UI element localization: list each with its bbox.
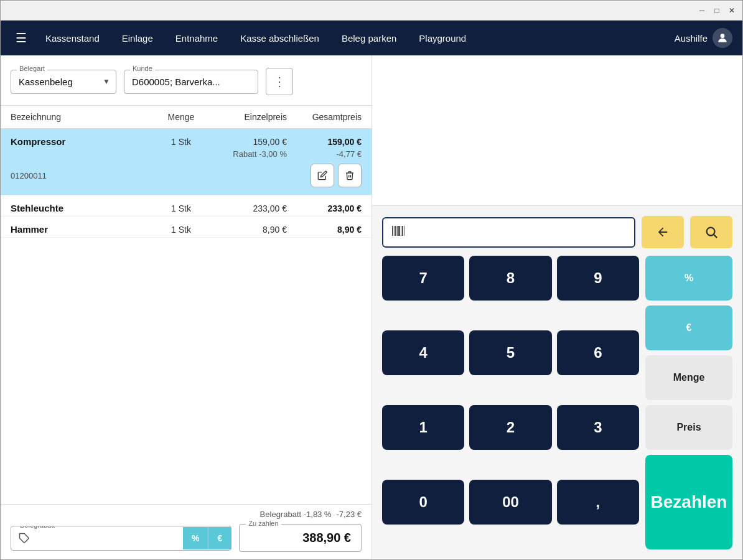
belegart-field: Belegart Kassenbeleg Lieferschein Angebo… (11, 70, 116, 94)
numpad-2[interactable]: 2 (469, 405, 551, 450)
main-window: ─ □ ✕ ☰ Kassenstand Einlage Entnahme Kas… (0, 0, 743, 560)
product-display-area (372, 55, 742, 206)
nav-item-beleg-parken[interactable]: Beleg parken (333, 28, 405, 49)
svg-line-11 (714, 235, 717, 238)
belegrabatt-field-label: Belegrabatt (17, 526, 57, 529)
search-submit-button[interactable] (690, 216, 732, 248)
belegrabatt-percent-label: Belegrabatt -1,83 % (260, 510, 332, 519)
numpad-8[interactable]: 8 (469, 256, 551, 301)
top-nav: ☰ Kassenstand Einlage Entnahme Kasse abs… (1, 21, 742, 55)
svg-rect-9 (404, 226, 404, 236)
numpad-00[interactable]: 00 (469, 480, 551, 525)
numpad: 7 8 9 4 5 6 1 2 3 0 00 , % (382, 256, 732, 549)
discount-row: Belegrabatt -1,83 % -7,23 € (11, 510, 362, 519)
item-qty-3: 1 Stk (150, 225, 212, 235)
kunde-label: Kunde (130, 65, 155, 72)
item-name-1: Kompressor (11, 136, 150, 147)
table-row[interactable]: Kompressor 1 Stk 159,00 € 159,00 € Rabat… (1, 129, 372, 195)
nav-item-playground[interactable]: Playground (410, 28, 475, 49)
col-menge: Menge (150, 112, 212, 122)
nav-item-einlage[interactable]: Einlage (113, 28, 162, 49)
belegrabatt-tag-icon (11, 526, 37, 550)
belegart-select-wrapper: Kassenbeleg Lieferschein Angebot ▼ (11, 70, 116, 94)
numpad-comma[interactable]: , (557, 480, 639, 525)
numpad-right: % € Menge Preis Bezahlen (645, 256, 732, 549)
table-row[interactable]: Stehleuchte 1 Stk 233,00 € 233,00 € (1, 195, 372, 217)
user-name: Aushilfe (675, 33, 708, 44)
item-rabatt-value-1: -4,77 € (287, 149, 362, 159)
svg-rect-2 (392, 226, 393, 236)
right-panel: 7 8 9 4 5 6 1 2 3 0 00 , % (372, 55, 742, 559)
table-row[interactable]: Hammer 1 Stk 8,90 € 8,90 € (1, 217, 372, 238)
user-menu[interactable]: Aushilfe (675, 28, 732, 48)
numpad-9[interactable]: 9 (557, 256, 639, 301)
zu-zahlen-section: Zu zahlen 388,90 € (239, 524, 362, 552)
search-input-box[interactable] (382, 217, 635, 248)
belegrabatt-pct-button[interactable]: % (183, 527, 208, 549)
belegrabatt-eur-button[interactable]: € (208, 527, 231, 549)
window-controls: ─ □ ✕ (696, 5, 737, 16)
row-main-2: Stehleuchte 1 Stk 233,00 € 233,00 € (1, 195, 372, 216)
belegart-label: Belegart (17, 65, 47, 72)
close-button[interactable]: ✕ (726, 5, 737, 16)
item-name-3: Hammer (11, 224, 150, 235)
col-bezeichnung: Bezeichnung (11, 112, 150, 122)
zu-zahlen-label: Zu zahlen (246, 520, 281, 527)
item-name-2: Stehleuchte (11, 203, 150, 213)
main-content: Belegart Kassenbeleg Lieferschein Angebo… (1, 55, 742, 559)
delete-button-1[interactable] (338, 164, 362, 187)
minimize-button[interactable]: ─ (696, 5, 708, 16)
nav-item-kasse-abschliessen[interactable]: Kasse abschließen (231, 28, 328, 49)
user-avatar-icon (713, 28, 732, 48)
nav-item-kassenstand[interactable]: Kassenstand (37, 28, 108, 49)
numpad-3[interactable]: 3 (557, 405, 639, 450)
svg-rect-7 (401, 226, 401, 236)
svg-rect-4 (395, 226, 396, 236)
kunde-field: Kunde (124, 70, 258, 94)
search-delete-button[interactable] (642, 216, 684, 248)
svg-point-10 (707, 228, 715, 236)
search-row (382, 216, 732, 248)
numpad-6[interactable]: 6 (557, 330, 639, 375)
numpad-7[interactable]: 7 (382, 256, 464, 301)
row-bottom-1: 01200011 (1, 161, 372, 195)
items-table: Bezeichnung Menge Einzelpreis Gesamtprei… (1, 106, 372, 504)
percent-button[interactable]: % (645, 256, 732, 301)
preis-button[interactable]: Preis (645, 405, 732, 450)
right-bottom: 7 8 9 4 5 6 1 2 3 0 00 , % (372, 206, 742, 559)
item-einzelpreis-2: 233,00 € (212, 203, 287, 213)
kunde-input[interactable] (124, 70, 258, 94)
menge-button[interactable]: Menge (645, 355, 732, 400)
numpad-4[interactable]: 4 (382, 330, 464, 375)
nav-item-entnahme[interactable]: Entnahme (167, 28, 227, 49)
numpad-left: 7 8 9 4 5 6 1 2 3 0 00 , (382, 256, 639, 549)
hamburger-menu[interactable]: ☰ (11, 26, 32, 50)
col-gesamtpreis: Gesamtpreis (287, 112, 362, 122)
row-main-1: Kompressor 1 Stk 159,00 € 159,00 € (1, 129, 372, 149)
item-gesamtpreis-1: 159,00 € (287, 137, 362, 147)
barcode-icon (391, 223, 406, 241)
svg-rect-5 (397, 226, 398, 236)
more-button[interactable]: ⋮ (266, 68, 293, 95)
belegart-select[interactable]: Kassenbeleg Lieferschein Angebot (11, 70, 116, 94)
item-qty-2: 1 Stk (150, 203, 212, 213)
belegrabatt-percent-value: -7,23 € (337, 510, 362, 519)
maximize-button[interactable]: □ (711, 5, 722, 16)
svg-rect-6 (398, 226, 400, 236)
item-einzelpreis-3: 8,90 € (212, 225, 287, 235)
svg-point-0 (721, 34, 725, 38)
numpad-1[interactable]: 1 (382, 405, 464, 450)
bottom-bar: Belegrabatt -1,83 % -7,23 € Belegrabatt (1, 504, 372, 559)
left-panel: Belegart Kassenbeleg Lieferschein Angebo… (1, 55, 372, 559)
svg-rect-3 (394, 226, 395, 236)
bottom-controls: Belegrabatt % € Zu zahlen 3 (11, 524, 362, 559)
edit-button-1[interactable] (311, 164, 334, 187)
numpad-0[interactable]: 0 (382, 480, 464, 525)
belegrabatt-input[interactable] (37, 526, 183, 549)
bezahlen-button[interactable]: Bezahlen (645, 455, 732, 549)
euro-button[interactable]: € (645, 306, 732, 350)
numpad-5[interactable]: 5 (469, 330, 551, 375)
item-gesamtpreis-3: 8,90 € (287, 225, 362, 235)
belegrabatt-section: Belegrabatt % € (11, 526, 231, 551)
product-search-input[interactable] (411, 226, 627, 238)
